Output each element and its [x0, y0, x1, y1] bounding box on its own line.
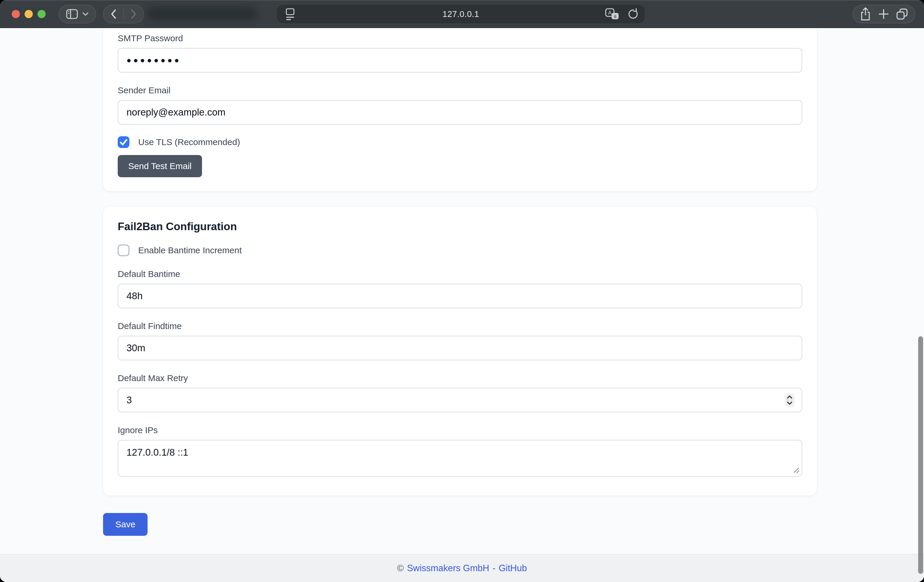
github-link[interactable]: GitHub — [498, 563, 527, 574]
smtp-settings-card: SMTP Password Sender Email Use TLS (Reco… — [103, 28, 817, 191]
send-test-email-button[interactable]: Send Test Email — [118, 155, 202, 177]
address-bar[interactable]: 127.0.0.1 A a — [276, 4, 645, 24]
new-tab-icon[interactable] — [878, 8, 889, 20]
enable-bantime-increment-label: Enable Bantime Increment — [138, 245, 242, 255]
stepper-down-icon — [787, 401, 792, 405]
company-link[interactable]: Swissmakers GmbH — [407, 563, 489, 574]
page-body: SMTP Password Sender Email Use TLS (Reco… — [0, 28, 924, 582]
back-button[interactable] — [104, 5, 123, 23]
default-bantime-input[interactable] — [118, 284, 802, 308]
ignore-ips-textarea[interactable]: 127.0.0.1/8 ::1 — [118, 440, 802, 477]
page-footer: © Swissmakers GmbH - GitHub — [0, 554, 924, 582]
svg-text:A: A — [608, 10, 612, 16]
default-bantime-label: Default Bantime — [118, 269, 802, 279]
footer-separator: - — [492, 563, 495, 574]
zoom-window-button[interactable] — [38, 10, 46, 18]
sender-email-input[interactable] — [118, 100, 802, 125]
scrollbar-thumb[interactable] — [918, 336, 923, 574]
blurred-tab-title — [146, 7, 257, 20]
copyright-symbol: © — [397, 563, 404, 574]
share-icon[interactable] — [859, 7, 872, 21]
toolbar-right-buttons — [853, 5, 915, 23]
back-icon — [109, 8, 118, 20]
textarea-resize-handle[interactable] — [792, 466, 800, 474]
smtp-password-input[interactable] — [118, 48, 802, 72]
reader-view-icon[interactable] — [284, 7, 296, 21]
reload-icon[interactable] — [627, 8, 639, 20]
sidebar-icon — [66, 8, 78, 20]
use-tls-label: Use TLS (Recommended) — [138, 137, 240, 147]
fail2ban-title: Fail2Ban Configuration — [118, 220, 802, 233]
traffic-lights — [12, 10, 46, 18]
browser-window: 127.0.0.1 A a — [0, 0, 924, 582]
close-window-button[interactable] — [12, 10, 20, 18]
url-text: 127.0.0.1 — [442, 9, 479, 19]
tab-overview-icon[interactable] — [895, 7, 909, 21]
browser-toolbar: 127.0.0.1 A a — [0, 0, 924, 28]
sidebar-toggle-button[interactable] — [59, 5, 96, 23]
forward-button[interactable] — [124, 5, 144, 23]
translate-icon[interactable]: A a — [605, 8, 620, 20]
default-findtime-label: Default Findtime — [118, 321, 802, 331]
enable-bantime-increment-checkbox[interactable] — [118, 245, 129, 256]
use-tls-checkbox[interactable] — [118, 136, 129, 148]
default-findtime-input[interactable] — [118, 336, 802, 360]
svg-text:a: a — [614, 14, 617, 19]
fail2ban-card: Fail2Ban Configuration Enable Bantime In… — [103, 207, 817, 495]
forward-icon — [129, 8, 138, 20]
stepper-up-icon — [787, 395, 792, 399]
nav-buttons — [103, 5, 144, 23]
chevron-down-icon — [82, 12, 89, 16]
ignore-ips-label: Ignore IPs — [118, 425, 802, 435]
minimize-window-button[interactable] — [25, 10, 33, 18]
smtp-password-label: SMTP Password — [118, 33, 802, 43]
save-button[interactable]: Save — [103, 513, 148, 536]
checkmark-icon — [118, 136, 129, 148]
number-stepper[interactable] — [785, 393, 795, 407]
default-max-retry-label: Default Max Retry — [118, 373, 802, 383]
sender-email-label: Sender Email — [118, 85, 802, 95]
default-max-retry-input[interactable] — [118, 388, 802, 413]
